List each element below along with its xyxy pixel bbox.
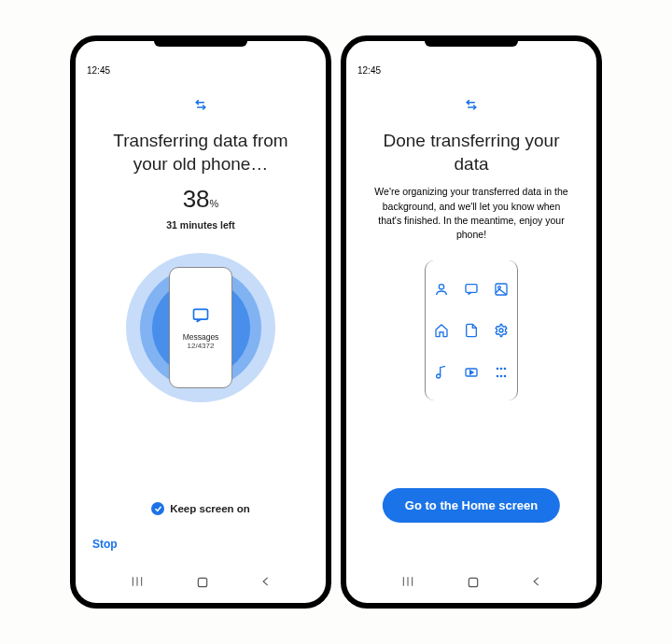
settings-icon: [494, 323, 509, 338]
status-time: 12:45: [346, 60, 596, 76]
svg-rect-1: [198, 578, 206, 586]
mini-phone-icon: [425, 260, 518, 400]
nav-back-icon[interactable]: [259, 575, 273, 594]
status-time: 12:45: [76, 60, 326, 76]
nav-home-icon[interactable]: [466, 575, 481, 594]
page-title: Transferring data from your old phone…: [98, 130, 303, 175]
keep-screen-on-toggle[interactable]: Keep screen on: [76, 502, 326, 515]
page-title: Done transferring your data: [369, 130, 574, 175]
progress-percent: 38%: [91, 185, 311, 214]
transfer-visual: Messages 12/4372: [91, 244, 311, 412]
svg-point-9: [497, 368, 499, 371]
messages-icon: [464, 282, 479, 297]
svg-point-13: [500, 375, 503, 378]
svg-point-14: [504, 375, 507, 378]
nav-bar: [76, 575, 326, 594]
svg-rect-15: [469, 578, 477, 586]
apps-icon: [494, 365, 509, 380]
nav-home-icon[interactable]: [195, 575, 210, 594]
video-icon: [464, 365, 479, 380]
files-icon: [464, 323, 479, 338]
home-icon: [434, 323, 449, 338]
keep-screen-label: Keep screen on: [170, 503, 250, 514]
phone-done: 12:45 Done transferring your data We're …: [341, 35, 602, 609]
svg-point-11: [504, 368, 507, 371]
stop-button[interactable]: Stop: [92, 538, 118, 551]
home-screen-button[interactable]: Go to the Home screen: [383, 488, 560, 523]
message-icon: [191, 306, 210, 329]
photos-icon: [494, 282, 509, 297]
swap-icon: [193, 100, 208, 119]
current-item-count: 12/4372: [188, 342, 215, 350]
svg-point-6: [499, 329, 503, 332]
svg-point-12: [497, 375, 499, 378]
svg-rect-3: [466, 284, 477, 292]
svg-point-5: [498, 286, 501, 288]
swap-icon: [464, 100, 479, 119]
nav-recents-icon[interactable]: [399, 575, 416, 594]
nav-bar: [346, 575, 596, 594]
music-icon: [434, 365, 449, 380]
nav-recents-icon[interactable]: [129, 575, 146, 594]
mini-phone-icon: Messages 12/4372: [169, 267, 232, 388]
page-description: We're organizing your transferred data i…: [371, 185, 572, 242]
svg-point-2: [439, 284, 443, 288]
current-item-label: Messages: [183, 332, 219, 342]
checkmark-icon: [151, 502, 164, 515]
phone-transferring: 12:45 Transferring data from your old ph…: [70, 35, 331, 609]
svg-rect-0: [194, 309, 208, 319]
contacts-icon: [434, 282, 449, 297]
nav-back-icon[interactable]: [530, 575, 543, 594]
time-remaining: 31 minutes left: [91, 219, 311, 231]
svg-point-10: [500, 368, 503, 371]
